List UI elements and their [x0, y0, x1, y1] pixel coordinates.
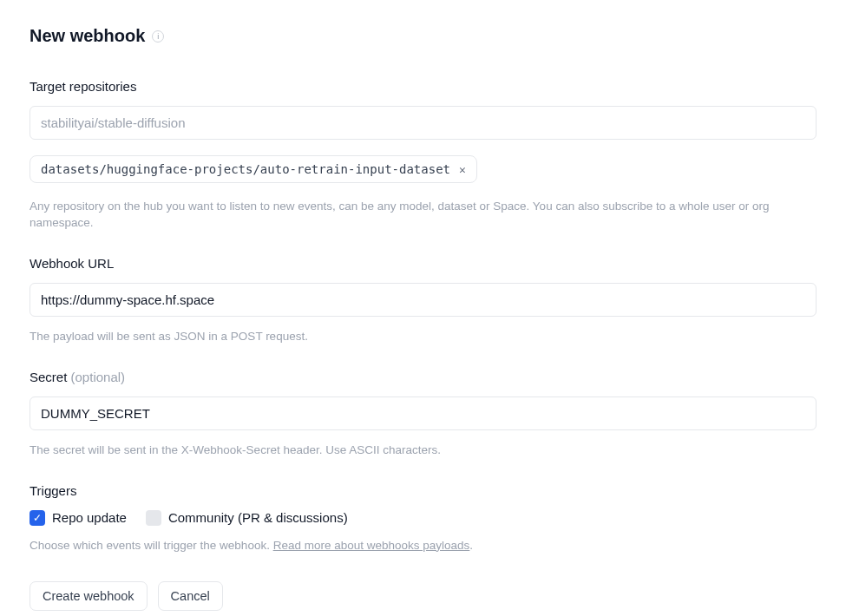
close-icon[interactable]: ✕	[459, 164, 466, 175]
webhook-url-help: The payload will be sent as JSON in a PO…	[30, 329, 816, 345]
community-checkbox[interactable]	[146, 510, 161, 526]
webhook-url-label: Webhook URL	[30, 256, 816, 271]
webhook-url-input[interactable]	[30, 283, 816, 317]
page-title-text: New webhook	[30, 26, 145, 46]
page-title: New webhook i	[30, 26, 816, 46]
repo-update-option: ✓ Repo update	[30, 510, 127, 526]
secret-label: Secret (optional)	[30, 370, 816, 384]
secret-optional: (optional)	[71, 370, 126, 384]
community-option: Community (PR & discussions)	[146, 510, 348, 526]
cancel-button[interactable]: Cancel	[158, 581, 223, 611]
create-webhook-button[interactable]: Create webhook	[30, 581, 148, 611]
webhook-url-section: Webhook URL The payload will be sent as …	[30, 256, 816, 345]
triggers-label: Triggers	[30, 483, 816, 498]
target-repos-section: Target repositories datasets/huggingface…	[30, 79, 816, 232]
target-repos-input[interactable]	[30, 106, 816, 140]
triggers-row: ✓ Repo update Community (PR & discussion…	[30, 510, 816, 526]
target-repos-help: Any repository on the hub you want to li…	[30, 199, 816, 232]
secret-help: The secret will be sent in the X-Webhook…	[30, 442, 816, 459]
triggers-section: Triggers ✓ Repo update Community (PR & d…	[30, 483, 816, 554]
repo-update-checkbox[interactable]: ✓	[30, 510, 45, 526]
community-label: Community (PR & discussions)	[168, 510, 348, 525]
target-repos-label: Target repositories	[30, 79, 816, 94]
button-row: Create webhook Cancel	[30, 581, 816, 611]
secret-label-text: Secret	[30, 370, 71, 384]
secret-input[interactable]	[30, 396, 816, 430]
triggers-help-text: Choose which events will trigger the web…	[30, 539, 273, 552]
info-icon[interactable]: i	[152, 30, 164, 43]
triggers-help: Choose which events will trigger the web…	[30, 538, 816, 554]
triggers-help-link[interactable]: Read more about webhooks payloads	[273, 539, 470, 552]
repo-update-label: Repo update	[52, 510, 127, 525]
secret-section: Secret (optional) The secret will be sen…	[30, 370, 816, 459]
target-repo-chip-text: datasets/huggingface-projects/auto-retra…	[41, 162, 450, 176]
checkmark-icon: ✓	[33, 513, 42, 523]
target-repo-chip: datasets/huggingface-projects/auto-retra…	[30, 155, 477, 183]
